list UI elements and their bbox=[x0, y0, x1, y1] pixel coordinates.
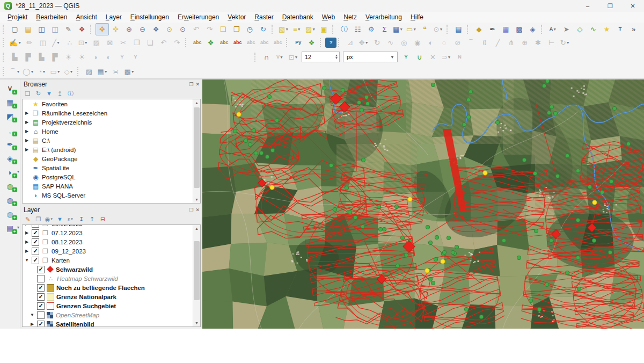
new-spatial-bookmark-button[interactable]: ❏ bbox=[216, 23, 230, 35]
add-delimited-text-layer-button[interactable]: ,+ bbox=[3, 124, 17, 137]
deselect-features-button[interactable]: ▨▼ bbox=[304, 23, 317, 35]
filter-by-expression-button[interactable]: ε▼ bbox=[66, 215, 75, 223]
new-project-button[interactable]: ▢ bbox=[8, 23, 21, 35]
close-browser-button[interactable]: ✕ bbox=[195, 82, 200, 87]
layer-diagram-button[interactable]: ❖ bbox=[204, 37, 217, 49]
zoom-out-button[interactable]: ⊖ bbox=[136, 23, 149, 35]
add-spatialite-layer-button[interactable]: ✒+ bbox=[3, 137, 17, 151]
expand-arrow-icon[interactable]: ▶ bbox=[24, 111, 30, 115]
menu-hilfe[interactable]: Hilfe bbox=[406, 12, 428, 22]
temporal-controller-button[interactable]: ◷ bbox=[243, 23, 257, 35]
layer-checkbox[interactable]: ✓ bbox=[37, 284, 45, 292]
mesh-digitizing-button[interactable]: ▨ bbox=[83, 66, 96, 78]
add-selected-layer-button[interactable]: ❏ bbox=[23, 89, 32, 98]
filter-legend-button[interactable]: ▼ bbox=[55, 215, 64, 223]
collapse-all-button[interactable]: ↥ bbox=[55, 89, 64, 98]
vertical-scrollbar[interactable]: ▲▼ bbox=[193, 99, 200, 203]
toolbar-overflow-button[interactable]: » bbox=[627, 23, 640, 35]
line-annotation-button[interactable]: ∿ bbox=[587, 23, 600, 35]
layer-checkbox[interactable]: ✓ bbox=[32, 229, 39, 237]
mesh-selection-button[interactable]: ▦▼ bbox=[96, 66, 109, 78]
menu-projekt[interactable]: Projekt bbox=[3, 12, 32, 22]
open-layer-styling-panel-button[interactable]: ✎ bbox=[23, 215, 32, 223]
processing-toolbox-button[interactable]: ⚙ bbox=[364, 23, 378, 35]
enable-snapping-button[interactable]: ∩ bbox=[260, 51, 273, 63]
attribute-table-button[interactable]: ▦▼ bbox=[391, 23, 405, 35]
spinner-arrows-icon[interactable]: ▲▼ bbox=[335, 54, 339, 60]
collapse-all-layers-button[interactable]: ↥ bbox=[87, 215, 97, 223]
identify-features-button[interactable]: ⓘ bbox=[338, 23, 351, 35]
expand-arrow-icon[interactable]: ▶ bbox=[24, 147, 30, 152]
add-wms-layer-button[interactable]: ◍+ bbox=[3, 179, 17, 193]
map-tips-button[interactable]: ❝ bbox=[418, 23, 431, 35]
new-shapefile-layer-button[interactable]: ✒ bbox=[486, 23, 499, 35]
highlight-labels-button[interactable]: abc bbox=[231, 37, 244, 49]
layer-satellitenbild[interactable]: ▶✓Satellitenbild bbox=[23, 320, 200, 327]
add-mesh-layer-button[interactable]: ◩+ bbox=[3, 110, 17, 123]
add-mssql-layer-button[interactable]: ◗+▼ bbox=[3, 165, 17, 179]
layer-grenze-nationalpark[interactable]: ✓Grenze Nationalpark bbox=[23, 292, 200, 301]
marker-annotation-button[interactable]: ★ bbox=[600, 23, 613, 35]
browser-item-spatialite[interactable]: ✒SpatiaLite bbox=[23, 163, 200, 172]
browser-item-favoriten[interactable]: ★Favoriten bbox=[23, 99, 200, 108]
layer-checkbox[interactable]: ✓ bbox=[37, 302, 45, 310]
expand-arrow-icon[interactable]: ▶ bbox=[24, 239, 30, 244]
new-geopackage-layer-button[interactable]: ◆ bbox=[472, 23, 486, 35]
osm-place-search-button[interactable]: ❖ bbox=[305, 37, 318, 49]
layer-checkbox[interactable] bbox=[37, 311, 45, 319]
expand-arrow-icon[interactable]: ▶ bbox=[24, 224, 30, 226]
help-contents-button[interactable]: ? bbox=[325, 38, 336, 48]
menu-raster[interactable]: Raster bbox=[250, 12, 277, 22]
new-virtual-layer-button[interactable]: ◈ bbox=[526, 23, 539, 35]
menu-erweiterungen[interactable]: Erweiterungen bbox=[173, 12, 223, 22]
layer-grenzen-suchgebiet[interactable]: ✓Grenzen Suchgebiet bbox=[23, 301, 200, 310]
select-features-button[interactable]: ▧▼ bbox=[277, 23, 290, 35]
zoom-full-button[interactable]: ❖ bbox=[149, 23, 163, 35]
expand-arrow-icon[interactable]: ▶ bbox=[24, 230, 30, 235]
menu-web[interactable]: Web bbox=[318, 12, 339, 22]
mesh-force-by-lines-button[interactable]: ▩▼ bbox=[123, 66, 136, 78]
menu-verarbeitung[interactable]: Verarbeitung bbox=[361, 12, 406, 22]
add-virtual-layer-button[interactable]: ◈+ bbox=[3, 151, 17, 165]
text-annotation-button[interactable]: T bbox=[613, 23, 627, 35]
topological-editing-button[interactable]: Y bbox=[399, 51, 413, 63]
manage-map-themes-button[interactable]: ◉▼ bbox=[45, 215, 54, 223]
add-raster-layer-button[interactable]: ▦+ bbox=[3, 96, 17, 109]
pin-labels-button[interactable]: abc bbox=[217, 37, 231, 49]
snapping-tolerance-input[interactable]: 12 ▲▼ bbox=[302, 52, 340, 62]
refresh-map-button[interactable]: ↻ bbox=[257, 23, 270, 35]
measure-button[interactable]: ▭▼ bbox=[405, 23, 418, 35]
menu-datenbank[interactable]: Datenbank bbox=[278, 12, 318, 22]
browser-item-home[interactable]: ▶⌂Home bbox=[23, 127, 200, 136]
style-manager-button[interactable]: ❖ bbox=[75, 23, 89, 35]
vertical-scrollbar[interactable]: ▲▼ bbox=[193, 225, 200, 326]
new-print-layout-button[interactable]: ✎ bbox=[62, 23, 75, 35]
browser-item-e-drive[interactable]: ▶▤E:\ (android) bbox=[23, 145, 200, 154]
add-wcs-layer-button[interactable]: ◍+ bbox=[3, 193, 17, 207]
pan-to-selection-button[interactable]: ✜ bbox=[109, 23, 122, 35]
expand-arrow-icon[interactable]: ▶ bbox=[30, 322, 35, 326]
expand-all-button[interactable]: ↧ bbox=[77, 215, 86, 223]
new-raster-layer-button[interactable]: ▩ bbox=[513, 23, 526, 35]
new-spatialite-layer-button[interactable]: ▦ bbox=[499, 23, 513, 35]
filter-browser-button[interactable]: ▼ bbox=[45, 89, 54, 98]
move-annotation-button[interactable]: ➤ bbox=[560, 23, 573, 35]
expand-arrow-icon[interactable]: ▶ bbox=[24, 129, 30, 134]
close-layer-button[interactable]: ✕ bbox=[195, 207, 200, 213]
browser-item-raeumliche-lesezeichen[interactable]: ▶❒Räumliche Lesezeichen bbox=[23, 108, 200, 118]
browser-item-projektverzeichnis[interactable]: ▶▤Projektverzeichnis bbox=[23, 118, 200, 127]
scroll-down-button[interactable]: ▼ bbox=[193, 196, 200, 203]
browser-item-ms-sql-server[interactable]: ◗MS SQL-Server bbox=[23, 191, 200, 200]
dock-browser-button[interactable]: ❐ bbox=[189, 82, 193, 87]
browser-item-geopackage[interactable]: ◆GeoPackage bbox=[23, 154, 200, 163]
select-by-location-button[interactable]: ▣ bbox=[317, 23, 331, 35]
annotation-toolbar-button[interactable]: A▼ bbox=[546, 23, 560, 35]
layer-checkbox[interactable] bbox=[37, 275, 45, 282]
map-canvas[interactable] bbox=[202, 79, 644, 329]
layer-labeling-button[interactable]: abc bbox=[191, 37, 204, 49]
dock-layer-button[interactable]: ❐ bbox=[189, 207, 193, 213]
layer-07-12-2023[interactable]: ▶✓❐07.12.2023 bbox=[23, 228, 200, 237]
menu-netz[interactable]: Netz bbox=[339, 12, 361, 22]
db-manager-button[interactable]: ▤ bbox=[452, 23, 465, 35]
select-by-value-button[interactable]: ≡▼ bbox=[290, 23, 304, 35]
